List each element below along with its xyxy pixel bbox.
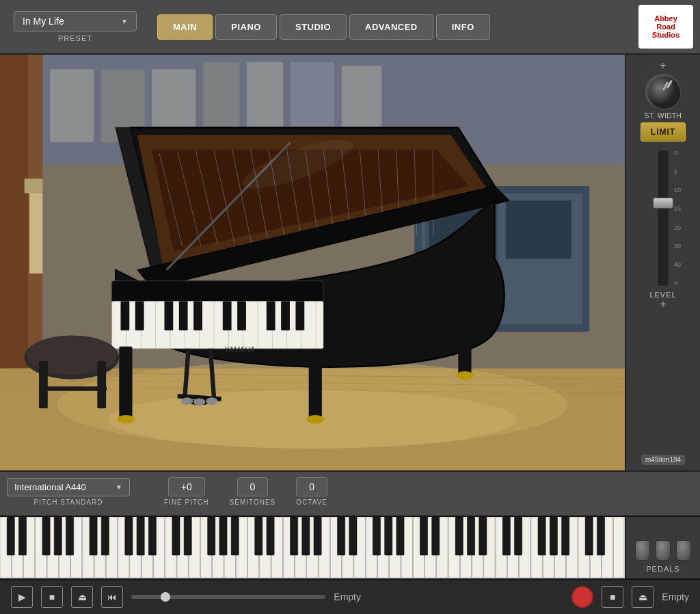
- svg-rect-179: [538, 517, 546, 555]
- stop-button-right[interactable]: ■: [602, 586, 623, 608]
- svg-rect-67: [193, 302, 202, 331]
- main-container: In My Life ▼ PRESET MAIN PIANO STUDIO AD…: [0, 0, 700, 614]
- svg-rect-161: [231, 517, 239, 555]
- tab-piano[interactable]: PIANO: [215, 14, 277, 40]
- svg-rect-153: [101, 517, 109, 555]
- st-width-up-btn[interactable]: +: [660, 60, 666, 71]
- svg-rect-158: [184, 517, 191, 555]
- svg-rect-147: [7, 517, 14, 555]
- svg-rect-75: [309, 358, 322, 420]
- empty-label-left: Empty: [334, 591, 361, 602]
- pitch-row: International A440 ▼ PITCH STANDARD +0 F…: [7, 477, 693, 506]
- st-width-label: ST. WIDTH: [645, 112, 682, 120]
- pedals-panel: PEDALS: [625, 517, 700, 578]
- preset-dropdown[interactable]: In My Life ▼: [14, 11, 137, 31]
- preset-arrow: ▼: [121, 18, 128, 25]
- transport-progress[interactable]: [131, 595, 325, 599]
- svg-rect-182: [585, 517, 593, 555]
- piano-keyboard[interactable]: /* drawn via SVG rects below */: [0, 517, 625, 578]
- limit-button[interactable]: LIMIT: [641, 122, 686, 142]
- svg-rect-165: [302, 517, 310, 555]
- right-panel: + ST. WIDTH LIMIT: [625, 55, 700, 470]
- tab-advanced[interactable]: ADVANCED: [349, 14, 433, 40]
- content-area: YAMAHA +: [0, 55, 700, 470]
- eject-button-right[interactable]: ⏏: [632, 586, 654, 608]
- logo-line3: Studios: [652, 31, 679, 39]
- eject-button[interactable]: ⏏: [71, 586, 93, 608]
- pitch-arrow: ▼: [116, 483, 122, 491]
- record-button[interactable]: [571, 586, 593, 608]
- pedals-label: PEDALS: [646, 565, 679, 573]
- svg-rect-177: [502, 517, 510, 555]
- svg-rect-159: [208, 517, 215, 555]
- keyboard-area: /* drawn via SVG rects below */: [0, 516, 700, 578]
- semitones-group: 0 SEMITONES: [230, 477, 276, 506]
- svg-rect-170: [385, 517, 392, 555]
- svg-rect-180: [550, 517, 557, 555]
- transport-progress-dot[interactable]: [161, 592, 170, 602]
- svg-rect-65: [164, 302, 173, 331]
- st-width-knob[interactable]: [645, 74, 681, 109]
- empty-label-right: Empty: [662, 591, 689, 602]
- logo-line2: Road: [656, 23, 675, 31]
- svg-rect-86: [39, 361, 48, 408]
- svg-rect-163: [267, 517, 274, 555]
- svg-rect-175: [467, 517, 474, 555]
- svg-rect-178: [515, 517, 522, 555]
- level-down-btn[interactable]: +: [660, 299, 666, 310]
- abbey-road-logo: Abbey Road Studios: [638, 5, 693, 49]
- tab-main[interactable]: MAIN: [157, 14, 213, 40]
- svg-rect-151: [66, 517, 73, 555]
- semitones-value[interactable]: 0: [237, 477, 269, 496]
- svg-rect-169: [373, 517, 380, 555]
- logo-line1: Abbey: [654, 14, 677, 23]
- pedal-left[interactable]: [635, 540, 650, 561]
- svg-rect-11: [29, 186, 44, 273]
- fine-pitch-group: +0 FINE PITCH: [164, 477, 209, 506]
- octave-group: 0 OCTAVE: [296, 477, 327, 506]
- octave-label: OCTAVE: [296, 498, 327, 506]
- rewind-button[interactable]: ⏮: [101, 586, 123, 608]
- pedals-container: [635, 540, 691, 561]
- svg-rect-68: [223, 302, 232, 331]
- fader-marks: 0 5 10 15 20 30 40 ∞: [674, 150, 681, 286]
- svg-rect-166: [314, 517, 321, 555]
- svg-rect-174: [455, 517, 463, 555]
- svg-rect-183: [597, 517, 604, 555]
- pedal-center[interactable]: [656, 540, 671, 561]
- semitones-label: SEMITONES: [230, 498, 276, 506]
- svg-rect-19: [506, 200, 571, 258]
- tab-studio[interactable]: STUDIO: [280, 14, 347, 40]
- svg-point-78: [456, 371, 474, 380]
- fader-handle[interactable]: [653, 198, 673, 209]
- svg-text:YAMAHA: YAMAHA: [224, 345, 254, 353]
- svg-rect-4: [50, 69, 94, 142]
- tab-info[interactable]: INFO: [436, 14, 490, 40]
- svg-rect-47: [112, 281, 323, 303]
- svg-point-76: [306, 415, 324, 424]
- stop-button[interactable]: ■: [41, 586, 63, 608]
- pedal-right[interactable]: [676, 540, 691, 561]
- svg-rect-88: [41, 386, 107, 390]
- svg-rect-149: [42, 517, 50, 555]
- svg-rect-148: [18, 517, 26, 555]
- svg-rect-64: [135, 302, 144, 331]
- svg-rect-69: [237, 302, 246, 331]
- pitch-standard-dropdown[interactable]: International A440 ▼: [7, 478, 130, 496]
- octave-value[interactable]: 0: [296, 477, 327, 496]
- svg-point-80: [181, 397, 193, 405]
- piano-image-area: YAMAHA: [0, 55, 625, 470]
- preset-section: In My Life ▼ PRESET: [7, 11, 144, 42]
- svg-rect-160: [219, 517, 227, 555]
- play-button[interactable]: ▶: [11, 586, 33, 608]
- fine-pitch-value[interactable]: +0: [168, 477, 205, 496]
- fader-track[interactable]: [657, 150, 669, 286]
- svg-rect-176: [479, 517, 487, 555]
- svg-rect-73: [119, 347, 132, 420]
- svg-rect-150: [54, 517, 62, 555]
- preset-label: PRESET: [58, 34, 92, 42]
- svg-rect-63: [120, 302, 129, 331]
- svg-point-74: [117, 415, 135, 424]
- svg-point-91: [648, 77, 681, 109]
- svg-rect-156: [148, 517, 156, 555]
